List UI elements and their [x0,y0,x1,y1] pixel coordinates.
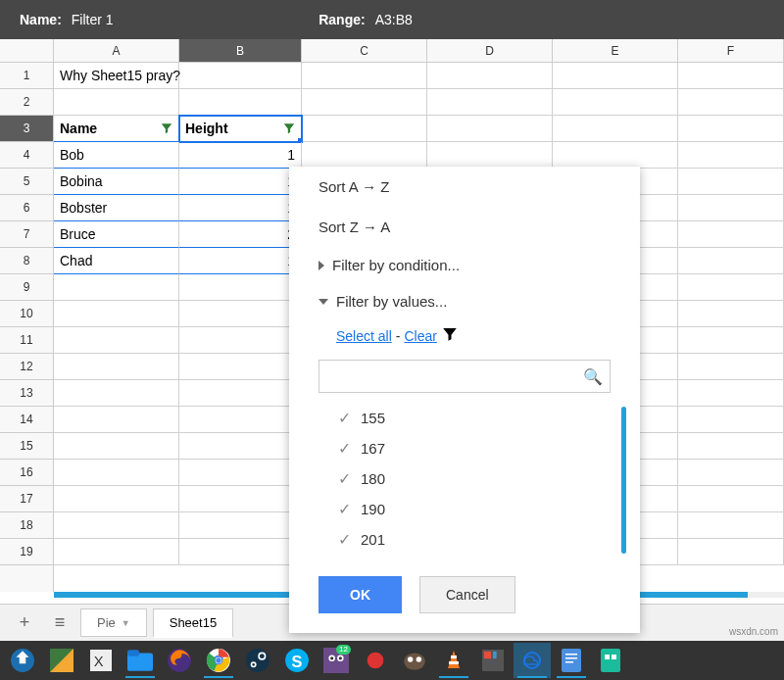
app-icon[interactable] [592,643,629,678]
cell[interactable] [678,195,784,221]
sort-az-item[interactable]: Sort A → Z [289,167,640,207]
cell[interactable] [678,248,784,274]
cell[interactable] [678,433,784,460]
col-header-c[interactable]: C [302,39,427,62]
cell[interactable] [678,169,784,195]
cell[interactable]: 1 [179,169,302,195]
cell[interactable]: Bobster [54,195,179,221]
col-header-a[interactable]: A [54,39,179,62]
cell[interactable]: Bruce [54,221,179,248]
cell[interactable] [179,433,302,460]
steam-icon[interactable] [239,643,276,678]
cell[interactable] [678,460,784,486]
cell[interactable] [678,512,784,539]
row-header[interactable]: 11 [0,327,53,354]
vlc-icon[interactable] [435,643,472,678]
filter-value-item[interactable]: ✓167 [338,433,611,463]
cell[interactable] [179,460,302,486]
tab-menu-icon[interactable]: ▼ [122,618,130,628]
row-header[interactable]: 19 [0,539,53,565]
cell[interactable] [54,89,179,116]
row-header[interactable]: 14 [0,407,53,433]
cell[interactable] [678,89,784,116]
row-header[interactable]: 10 [0,301,53,327]
col-header-d[interactable]: D [427,39,553,62]
cell[interactable] [678,380,784,407]
file-manager-icon[interactable] [122,643,159,678]
cell[interactable] [678,486,784,512]
row-header[interactable]: 6 [0,195,53,221]
app-icon[interactable] [43,643,80,678]
cell[interactable] [302,63,427,89]
row-header[interactable]: 7 [0,221,53,248]
cell[interactable] [179,539,302,565]
row-header[interactable]: 8 [0,248,53,274]
cell[interactable] [678,301,784,327]
cell[interactable] [678,539,784,565]
cell[interactable] [54,512,179,539]
row-header[interactable]: 12 [0,354,53,380]
tab-sheet15[interactable]: Sheet15 [153,608,233,638]
cell[interactable] [678,407,784,433]
cell[interactable] [179,274,302,301]
row-header[interactable]: 2 [0,89,53,116]
cancel-button[interactable]: Cancel [419,576,515,613]
corner-cell[interactable] [0,39,54,62]
app-icon[interactable]: X [82,643,120,678]
row-header[interactable]: 3 [0,116,53,142]
cell[interactable] [427,63,553,89]
cell[interactable] [678,354,784,380]
cell[interactable] [553,116,678,142]
ok-button[interactable]: OK [318,576,402,613]
row-header[interactable]: 9 [0,274,53,301]
cell[interactable]: 1 [179,142,302,169]
search-icon[interactable]: 🔍 [583,367,603,386]
cell[interactable] [179,380,302,407]
filter-by-values-toggle[interactable]: Filter by values... [289,283,640,319]
clear-link[interactable]: Clear [404,328,436,344]
filter-value-item[interactable]: ✓190 [338,494,611,524]
cell[interactable] [179,301,302,327]
row-header[interactable]: 5 [0,169,53,195]
cell[interactable] [54,539,179,565]
cell[interactable] [302,89,427,116]
select-all-link[interactable]: Select all [336,328,392,344]
cell[interactable]: Chad [54,248,179,274]
cell[interactable] [678,221,784,248]
cell[interactable] [179,89,302,116]
skype-icon[interactable]: S [278,643,316,678]
filter-value-item[interactable]: ✓180 [338,463,611,494]
filter-funnel-icon[interactable] [441,325,459,346]
firefox-icon[interactable] [161,643,198,678]
cell[interactable] [54,486,179,512]
cell[interactable]: 1 [179,248,302,274]
app-icon[interactable] [357,643,394,678]
cell[interactable] [54,380,179,407]
filter-value-item[interactable]: ✓201 [338,524,611,555]
tab-pie[interactable]: Pie ▼ [80,608,147,637]
cell[interactable] [427,142,553,169]
cell[interactable] [179,327,302,354]
row-header[interactable]: 18 [0,512,53,539]
cell[interactable] [54,460,179,486]
cell[interactable] [553,142,678,169]
cell[interactable] [179,512,302,539]
cell[interactable] [54,301,179,327]
cell[interactable] [54,407,179,433]
cell[interactable] [54,274,179,301]
cell[interactable] [302,116,427,142]
cell-header-name[interactable]: Name [54,116,179,142]
chrome-icon[interactable] [200,643,237,678]
sort-za-item[interactable]: Sort Z → A [289,207,640,247]
app-icon[interactable] [514,643,551,678]
cell[interactable] [427,116,553,142]
filter-icon[interactable] [280,120,298,137]
app-icon[interactable]: 12 [318,643,355,678]
cell[interactable] [54,327,179,354]
cell[interactable]: 1 [179,195,302,221]
gimp-icon[interactable] [396,643,433,678]
cell[interactable]: Why Sheet15 pray? [54,63,179,89]
cell[interactable] [179,486,302,512]
cell[interactable] [54,354,179,380]
add-sheet-button[interactable]: + [10,608,39,638]
